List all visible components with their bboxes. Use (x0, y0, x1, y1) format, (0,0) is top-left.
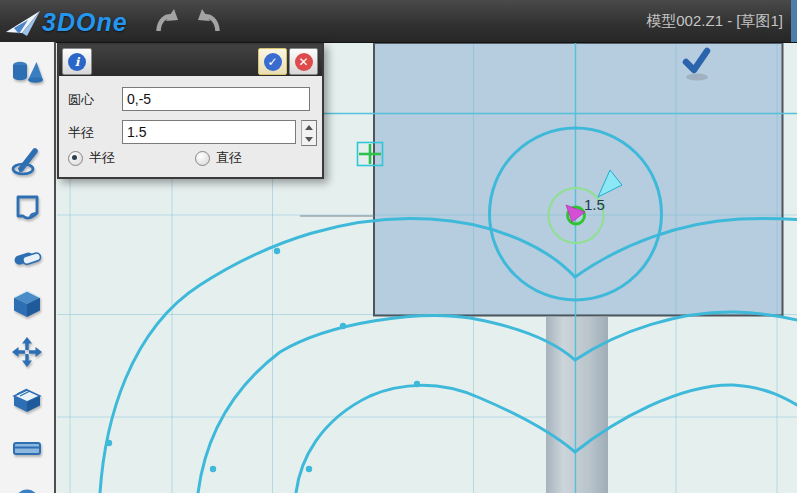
radio-diameter[interactable]: 直径 (195, 149, 242, 167)
center-label: 圆心 (68, 91, 94, 109)
render-sphere-icon[interactable] (10, 484, 44, 493)
info-icon: i (68, 53, 86, 71)
circle-dialog: i ✓ ✕ 圆心 半径 半径 直径 (57, 43, 324, 179)
radio-radius-label: 半径 (89, 149, 115, 167)
radius-spinner (301, 120, 317, 146)
move-icon[interactable] (10, 335, 44, 369)
eraser-icon[interactable] (10, 240, 44, 274)
app-logo: 3DOne (4, 6, 144, 38)
window-title: 模型002.Z1 - [草图1] (646, 0, 783, 42)
sketch-plane-icon[interactable] (10, 191, 44, 225)
radio-radius[interactable]: 半径 (68, 149, 115, 167)
toolbar-sidebar (0, 42, 56, 493)
confirm-icon: ✓ (264, 53, 282, 71)
paper-plane-icon (4, 7, 42, 37)
undo-icon[interactable] (150, 8, 184, 36)
sketch-draw-icon[interactable] (10, 144, 44, 178)
confirm-button[interactable]: ✓ (258, 48, 287, 75)
spinner-up-icon[interactable] (302, 121, 316, 133)
window-edge-accent (791, 0, 797, 42)
solid-cube-icon[interactable] (10, 287, 44, 321)
primitives-icon[interactable] (10, 55, 44, 89)
radio-diameter-label: 直径 (216, 149, 242, 167)
radius-input[interactable] (122, 120, 296, 144)
combine-box-icon[interactable] (10, 381, 44, 415)
info-button[interactable]: i (62, 48, 92, 75)
radio-diameter-dot[interactable] (195, 151, 210, 166)
cancel-icon: ✕ (295, 53, 313, 71)
spinner-down-icon[interactable] (302, 133, 316, 145)
ground-plane-icon[interactable] (10, 431, 44, 465)
dialog-header[interactable]: i ✓ ✕ (59, 45, 322, 76)
redo-icon[interactable] (192, 8, 226, 36)
radio-radius-dot[interactable] (68, 151, 83, 166)
title-bar: 3DOne 模型002.Z1 - [草图1] (0, 0, 797, 43)
cancel-button[interactable]: ✕ (289, 48, 318, 75)
radius-label: 半径 (68, 124, 94, 142)
app-logo-text: 3DOne (42, 8, 128, 37)
center-input[interactable] (122, 87, 310, 111)
